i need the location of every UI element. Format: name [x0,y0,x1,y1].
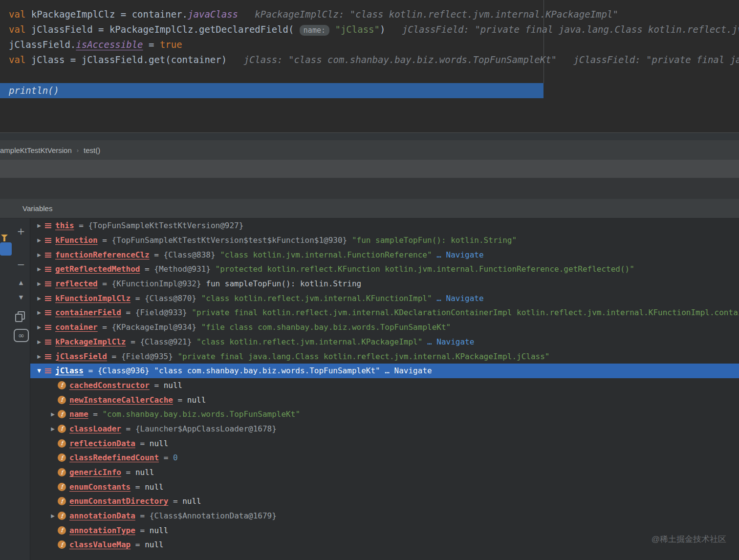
variable-value: = [130,482,145,492]
variable-row-kFunction[interactable]: ▶kFunction = {TopFunSampleKtTestKtVersio… [30,233,739,248]
expand-collapsed-icon[interactable]: ▶ [34,237,44,243]
field-icon: f [58,468,66,476]
variable-row-containerField[interactable]: ▶containerField = {Field@933} "private f… [30,305,739,320]
code-token: jClassField = kPackageImplClz.getDeclare… [25,24,300,35]
expand-collapsed-icon[interactable]: ▶ [48,513,58,518]
variable-name: annotationType [69,526,135,535]
variable-value: null [150,526,169,535]
variable-row-reflectionData[interactable]: freflectionData = null [30,436,739,451]
code-line-1[interactable]: val kPackageImplClz = container.javaClas… [9,7,739,22]
field-icon: f [58,410,66,418]
variable-value: = [140,264,154,274]
variables-title: Variables [22,204,52,213]
variable-row-jClass[interactable]: ▼jClass = {Class@936} "class com.shanbay… [30,364,739,378]
code-token: = [143,39,160,50]
variable-row-classLoader[interactable]: ▶fclassLoader = {Launcher$AppClassLoader… [30,422,739,436]
variable-value: = [98,323,112,332]
move-up-icon[interactable]: ▲ [14,275,28,290]
code-lines: val kPackageImplClz = container.javaClas… [9,7,739,67]
inline-debug-hint: jClass: "class com.shanbay.bay.biz.words… [227,54,557,65]
variable-row-container[interactable]: ▶container = {KPackageImpl@934} "file cl… [30,320,739,335]
variable-name: enumConstants [69,482,130,492]
navigate-link[interactable]: … Navigate [427,337,474,346]
variable-icon [45,237,51,243]
navigate-link[interactable]: … Navigate [436,250,483,259]
variable-value: {Field@935} [121,352,178,361]
expand-collapsed-icon[interactable]: ▶ [34,281,44,286]
chevron-right-icon: › [77,147,79,154]
field-icon: f [58,483,66,491]
variable-row-kFunctionImplClz[interactable]: ▶kFunctionImplClz = {Class@870} "class k… [30,291,739,305]
move-down-icon[interactable]: ▼ [14,290,28,304]
frame-breadcrumb: ampleKtTestKtVersion › test() [0,140,739,160]
variable-value: {TopFunSampleKtTestKtVersion@927} [88,221,243,230]
variable-value: = [98,236,112,245]
variable-value: "private final java.lang.Class kotlin.re… [177,352,549,361]
variable-row-functionReferenceClz[interactable]: ▶functionReferenceClz = {Class@838} "cla… [30,247,739,262]
code-editor[interactable]: val kPackageImplClz = container.javaClas… [0,0,739,132]
variable-value: "class kotlin.reflect.jvm.internal.KFunc… [201,294,437,303]
filter-icon[interactable] [1,235,8,242]
watches-icon[interactable]: ∞ [14,329,29,342]
expand-collapsed-icon[interactable]: ▶ [34,252,44,258]
code-line-3[interactable]: jClassField.isAccessible = true [9,37,739,52]
expand-collapsed-icon[interactable]: ▶ [34,310,44,315]
variable-value: fun sampleTopFun(): kotlin.String [206,279,361,288]
variable-value: = [150,381,164,390]
variable-name: functionReferenceClz [55,250,150,259]
variable-row-annotationType[interactable]: fannotationType = null [30,523,739,538]
expand-collapsed-icon[interactable]: ▶ [34,324,44,330]
variable-row-newInstanceCallerCache[interactable]: fnewInstanceCallerCache = null [30,392,739,407]
breadcrumb-method[interactable]: test() [84,146,100,154]
variable-row-genericInfo[interactable]: fgenericInfo = null [30,465,739,480]
remove-watch-button[interactable]: − [14,257,28,272]
execution-line[interactable]: println() [0,83,543,98]
code-line-2[interactable]: val jClassField = kPackageImplClz.getDec… [9,22,739,37]
variable-row-classRedefinedCount[interactable]: fclassRedefinedCount = 0 [30,451,739,465]
expand-collapsed-icon[interactable]: ▶ [34,266,44,272]
expand-collapsed-icon[interactable]: ▶ [34,339,44,345]
variable-name: classLoader [69,424,121,433]
code-token: val [9,9,25,20]
code-token: "jClass" [329,24,380,35]
breadcrumb-class[interactable]: ampleKtTestKtVersion [0,146,72,154]
variable-row-reflected[interactable]: ▶reflected = {KFunctionImpl@932} fun sam… [30,277,739,291]
variable-value: = [74,221,88,230]
variable-value: = [130,294,145,303]
panel-gap-strip [0,178,739,199]
variable-value: = [84,366,98,375]
variable-row-jClassField[interactable]: ▶jClassField = {Field@935} "private fina… [30,349,739,364]
expand-collapsed-icon[interactable]: ▶ [34,354,44,359]
variable-row-cachedConstructor[interactable]: fcachedConstructor = null [30,378,739,393]
expand-collapsed-icon[interactable]: ▶ [48,411,58,417]
expand-collapsed-icon[interactable]: ▶ [34,223,44,228]
variable-value: "private final kotlin.reflect.jvm.intern… [192,308,739,317]
variable-row-annotationData[interactable]: ▶fannotationData = {Class$AnnotationData… [30,509,739,523]
expand-collapsed-icon[interactable]: ▶ [48,426,58,431]
variable-row-classValueMap[interactable]: fclassValueMap = null [30,538,739,552]
variable-row-name[interactable]: ▶fname = "com.shanbay.bay.biz.words.TopF… [30,407,739,422]
variable-value: null [164,381,183,390]
navigate-link[interactable]: … Navigate [436,294,483,303]
field-icon: f [58,540,66,549]
variable-icon [45,354,51,360]
variable-value: = [107,352,121,361]
variable-row-enumConstants[interactable]: fenumConstants = null [30,479,739,494]
field-icon: f [58,381,66,389]
variable-row-getReflectedMethod[interactable]: ▶getReflectedMethod = {Method@931} "prot… [30,262,739,277]
field-icon: f [58,396,66,404]
code-line-4[interactable]: val jClass = jClassField.get(container) … [9,52,739,67]
variable-value: null [145,540,164,549]
copy-icon[interactable] [15,311,24,321]
variable-name: jClass [55,366,84,375]
variables-tree: ▶this = {TopFunSampleKtTestKtVersion@927… [30,218,739,560]
variable-row-this[interactable]: ▶this = {TopFunSampleKtTestKtVersion@927… [30,218,739,233]
expand-collapsed-icon[interactable]: ▶ [34,296,44,301]
navigate-link[interactable]: … Navigate [385,366,432,375]
variable-row-enumConstantDirectory[interactable]: fenumConstantDirectory = null [30,494,739,509]
expand-expanded-icon[interactable]: ▼ [34,368,44,373]
add-watch-button[interactable]: + [14,224,28,238]
variable-value: = [135,526,150,535]
variable-value: null [187,395,206,405]
variable-row-kPackageImplClz[interactable]: ▶kPackageImplClz = {Class@921} "class ko… [30,335,739,349]
